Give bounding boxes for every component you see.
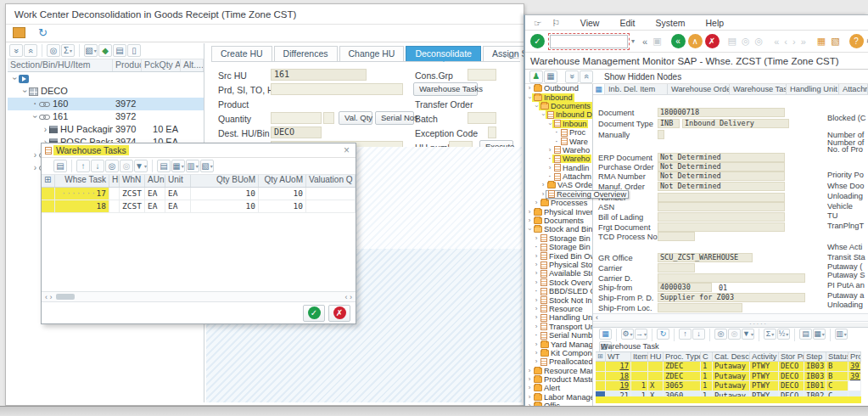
tree-row[interactable]: ›HU Packaging-ZCST397010 EA bbox=[8, 123, 204, 136]
cancel-icon[interactable]: ✗ bbox=[705, 34, 720, 48]
collapse-all-icon[interactable]: » bbox=[565, 70, 579, 83]
nav-tree-row[interactable]: ›Outbound bbox=[525, 84, 592, 93]
subtotal-icon[interactable]: ½▾ bbox=[777, 329, 790, 340]
scroll-left-icon[interactable]: ‹ bbox=[596, 313, 598, 322]
grid-column-header[interactable]: Status bbox=[826, 352, 848, 361]
command-dropdown-icon[interactable]: ▾ bbox=[631, 37, 635, 45]
nav-item[interactable]: BBD/SLED Ov bbox=[539, 287, 592, 295]
nav-item[interactable]: Available Stoc bbox=[539, 269, 592, 278]
expander-icon[interactable]: › bbox=[546, 121, 554, 126]
product-cell[interactable]: 3970 bbox=[848, 372, 861, 381]
nav-tree-row[interactable]: ›Physical Stock bbox=[525, 261, 592, 269]
nav-item[interactable]: Outbound bbox=[532, 84, 580, 93]
nav-item[interactable]: Product Master D bbox=[532, 375, 592, 384]
nav-tree-row[interactable]: ›Documents bbox=[525, 216, 592, 225]
table-view-icon[interactable]: ▦ bbox=[599, 329, 612, 340]
expander-icon[interactable]: › bbox=[525, 95, 534, 100]
sum-icon[interactable]: Σ▾ bbox=[764, 329, 776, 340]
detail-tab-warehouse-order[interactable]: Warehouse Order bbox=[668, 84, 730, 94]
find-icon[interactable]: ◎ bbox=[742, 36, 750, 47]
export-icon[interactable]: ▥▾ bbox=[186, 160, 199, 172]
nav-item[interactable]: Stock Not In bbox=[539, 296, 592, 305]
command-input[interactable] bbox=[550, 35, 628, 48]
nav-tree-row[interactable]: ›Handling Unit bbox=[525, 313, 592, 322]
tab-change-hu[interactable]: Change HU bbox=[339, 46, 405, 61]
dropdown-arrow-icon[interactable]: ▾ bbox=[771, 332, 774, 337]
dropdown-arrow-icon[interactable]: ▾ bbox=[644, 332, 647, 337]
back-icon[interactable]: « bbox=[671, 34, 686, 48]
print-icon[interactable]: ▤ bbox=[157, 160, 171, 172]
dropdown-arrow-icon[interactable]: ▾ bbox=[70, 48, 72, 53]
delete-icon[interactable]: ▯ bbox=[127, 44, 141, 57]
dropdown-arrow-icon[interactable]: ▾ bbox=[210, 164, 213, 169]
nav-item[interactable]: Proc bbox=[559, 128, 587, 137]
expander-icon[interactable]: › bbox=[19, 87, 31, 95]
nav-item[interactable]: Inbound D bbox=[546, 110, 592, 119]
cons-grp-field[interactable] bbox=[468, 69, 496, 81]
select-all-icon[interactable]: ⊞ bbox=[42, 175, 55, 187]
grid-column-header[interactable]: Qty BUoM bbox=[191, 175, 259, 187]
nav-tree-row[interactable]: ›Receiving Overview bbox=[525, 190, 592, 199]
layout-icon[interactable]: ▧▾ bbox=[84, 44, 98, 57]
dropdown-arrow-icon[interactable]: ▾ bbox=[822, 332, 825, 337]
tree-column-header[interactable]: Alt.... bbox=[181, 59, 204, 71]
legend-icon[interactable]: ♟ bbox=[529, 70, 543, 83]
nav-tree-row[interactable]: ›Inbound D bbox=[525, 110, 592, 119]
nav-tree-row[interactable]: ›Available Stoc bbox=[525, 269, 592, 278]
expand-all-icon[interactable]: « bbox=[24, 44, 37, 57]
layout-icon[interactable]: ▦ bbox=[544, 70, 557, 83]
nav-item[interactable]: Resource Manage bbox=[532, 367, 592, 375]
nav-item[interactable]: VAS Order bbox=[546, 181, 592, 189]
flag-menu-icon[interactable]: ⚐ bbox=[550, 18, 561, 28]
sort-desc-icon[interactable]: ↓ bbox=[91, 160, 104, 172]
grid-column-header[interactable]: Whse Task bbox=[55, 175, 109, 187]
nav-tree-row[interactable]: ·Storage Bin S bbox=[525, 243, 592, 251]
grid-column-header[interactable]: Step bbox=[804, 352, 826, 361]
nav-tree-row[interactable]: ›Stock and Bin bbox=[525, 225, 592, 233]
nav-item[interactable]: Resource bbox=[539, 305, 585, 313]
nav-item[interactable]: Wareho bbox=[552, 146, 591, 155]
row-selector-cell[interactable] bbox=[42, 200, 55, 212]
find-icon[interactable]: ◎ bbox=[714, 329, 727, 340]
nav-item[interactable]: Wareho bbox=[552, 155, 591, 163]
nav-tree-row[interactable]: ›Wareho bbox=[525, 146, 592, 155]
grid-row[interactable]: 17ZDEC1PutawayPTWYDECOIB03B3974 bbox=[596, 362, 861, 372]
exit-icon[interactable]: ∧ bbox=[688, 34, 703, 48]
whse-task-cell[interactable]: ·······17 bbox=[55, 188, 109, 200]
refresh-icon[interactable]: ↻ bbox=[38, 27, 48, 38]
dropdown-arrow-icon[interactable]: ▾ bbox=[751, 332, 753, 337]
save-icon[interactable]: ▣ bbox=[652, 36, 661, 47]
views-icon[interactable]: ▦▾ bbox=[171, 160, 185, 172]
product-cell[interactable]: 3974 bbox=[848, 362, 861, 371]
whse-task-cell[interactable]: 18 bbox=[55, 200, 109, 212]
expander-icon[interactable]: · bbox=[31, 98, 39, 110]
expander-icon[interactable]: › bbox=[525, 227, 534, 232]
grid-column-header[interactable]: Qty AUoM bbox=[259, 175, 306, 187]
tab-differences[interactable]: Differences bbox=[274, 46, 338, 61]
find-next-icon[interactable]: ◎ bbox=[728, 329, 741, 340]
grid-column-header[interactable]: Activity bbox=[750, 352, 779, 361]
nav-tree-row[interactable]: ›Handlin bbox=[525, 164, 592, 172]
grid-column-header[interactable]: WhN bbox=[120, 175, 145, 187]
nav-item[interactable]: Attachm bbox=[552, 172, 592, 181]
where-used-icon[interactable]: ◆ bbox=[98, 44, 112, 57]
expander-icon[interactable]: › bbox=[29, 113, 42, 121]
nav-item[interactable]: Ware bbox=[559, 138, 590, 146]
print-icon[interactable]: ▤ bbox=[728, 36, 736, 47]
wt-link-cell[interactable]: 17 bbox=[606, 362, 631, 371]
filter-icon[interactable]: ▼▾ bbox=[742, 329, 754, 340]
menu-item-edit[interactable]: Edit bbox=[618, 18, 636, 28]
grid-column-header[interactable]: Product bbox=[848, 352, 861, 361]
nav-tree-row[interactable]: ›Preallocated S bbox=[525, 357, 592, 366]
expander-icon[interactable]: › bbox=[532, 104, 540, 109]
tree-column-header[interactable]: Product bbox=[113, 59, 142, 71]
find-icon[interactable]: ◎ bbox=[47, 44, 60, 57]
nav-item[interactable]: Storage Bin bbox=[539, 234, 592, 243]
continue-hand-icon[interactable]: ☞ bbox=[532, 18, 543, 28]
nav-item[interactable]: Physical Stock bbox=[539, 261, 592, 269]
close-icon[interactable]: × bbox=[341, 144, 352, 156]
row-selector-cell[interactable] bbox=[42, 188, 55, 200]
grid-column-header[interactable]: HU .. bbox=[648, 352, 664, 361]
filter-icon[interactable]: ▼▾ bbox=[134, 160, 148, 172]
enter-icon[interactable]: ✓ bbox=[530, 34, 545, 48]
